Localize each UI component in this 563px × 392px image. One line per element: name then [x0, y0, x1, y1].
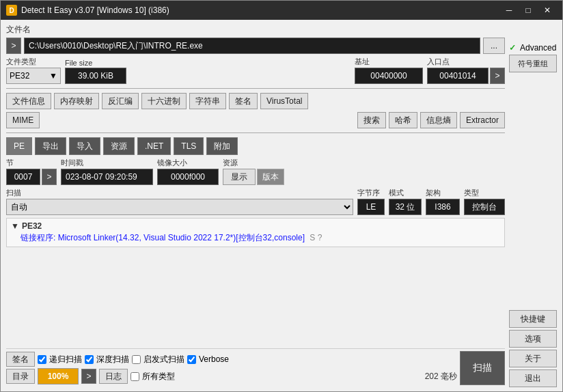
section-value: 0007: [6, 169, 40, 185]
path-arrow-button[interactable]: >: [6, 38, 21, 54]
tab-export[interactable]: 导出: [35, 137, 66, 155]
start-scan-checkbox[interactable]: [132, 355, 141, 364]
time-label: 202 毫秒: [425, 371, 457, 382]
filesize-label: File size: [65, 59, 126, 67]
mime-button[interactable]: MIME: [6, 112, 40, 128]
collapse-icon[interactable]: ▼: [11, 221, 19, 231]
virustotal-button[interactable]: VirusTotal: [260, 93, 308, 109]
signature-button[interactable]: 签名: [6, 352, 35, 367]
section-label: 节: [6, 158, 57, 168]
progress-bar-container: 100%: [38, 368, 79, 384]
sign-button[interactable]: 签名: [229, 93, 258, 109]
pe-tabs-row: PE 导出 导入 资源 .NET TLS 附加: [6, 137, 505, 155]
app-icon: D: [6, 5, 17, 16]
timestamp-label: 时间戳: [61, 158, 153, 168]
exit-button[interactable]: 退出: [509, 369, 557, 387]
arch-value: I386: [426, 199, 460, 215]
pe-details-row: 节 0007 > 时间戳 023-08-07 09:20:59 镜像大小 000…: [6, 158, 505, 185]
dir-button[interactable]: 目录: [6, 369, 35, 384]
arch-group: 架构 I386: [426, 188, 460, 215]
main-panel: 文件名 > ... 文件类型 PE32 ▼ File size: [6, 24, 505, 387]
about-button[interactable]: 关于: [509, 350, 557, 367]
type-group: 类型 控制台: [464, 188, 505, 215]
file-info-button[interactable]: 文件信息: [6, 93, 51, 109]
progress-arrow-button[interactable]: >: [81, 369, 96, 384]
filetype-label: 文件类型: [6, 57, 61, 67]
recur-scan-checkbox[interactable]: [38, 355, 46, 364]
type-value: 控制台: [464, 199, 505, 215]
scan-button[interactable]: 扫描: [460, 351, 505, 385]
file-path-row: > ...: [6, 38, 505, 54]
version-button[interactable]: 版本: [257, 169, 284, 185]
imagesize-group: 镜像大小 0000f000: [157, 158, 219, 185]
progress-bar-fill: 100%: [38, 369, 78, 384]
scan-label: 扫描: [6, 188, 353, 198]
s-label: S: [310, 233, 315, 242]
scan-auto-select[interactable]: 自动: [6, 199, 353, 215]
imagesize-value: 0000f000: [157, 169, 219, 185]
main-content: 文件名 > ... 文件类型 PE32 ▼ File size: [1, 20, 562, 391]
section-group: 节 0007 >: [6, 158, 57, 185]
log-button[interactable]: 日志: [99, 369, 128, 384]
maximize-button[interactable]: □: [519, 3, 538, 17]
strings-button[interactable]: 字符串: [189, 93, 226, 109]
extractor-button[interactable]: Extractor: [460, 112, 505, 128]
arch-label: 架构: [426, 188, 460, 198]
deep-scan-checkbox[interactable]: [85, 355, 94, 364]
resource-label: 资源: [223, 158, 284, 168]
shortcut-button[interactable]: 快捷键: [509, 310, 557, 328]
symbol-group-button[interactable]: 符号重组: [509, 55, 557, 72]
entrypoint-arrow-button[interactable]: >: [490, 68, 505, 84]
byteorder-label: 字节序: [357, 188, 385, 198]
entrypoint-label: 入口点: [427, 57, 505, 67]
tab-resources[interactable]: 资源: [103, 137, 135, 155]
filetype-dropdown[interactable]: PE32 ▼: [6, 68, 61, 84]
tab-dotnet[interactable]: .NET: [137, 137, 171, 155]
all-types-checkbox[interactable]: [131, 372, 139, 381]
section-value-row: 0007 >: [6, 169, 57, 185]
mode-group: 模式 32 位: [389, 188, 422, 215]
disasm-button[interactable]: 反汇编: [102, 93, 139, 109]
file-section: 文件名 > ...: [6, 24, 505, 54]
entropy-button[interactable]: 信息熵: [420, 112, 457, 128]
browse-button[interactable]: ...: [483, 38, 505, 54]
tab-tls[interactable]: TLS: [174, 137, 204, 155]
pe-result-section: ▼ PE32 链接程序: Microsoft Linker(14.32, Vis…: [6, 218, 505, 247]
bottom-bar: 签名 递归扫描 深度扫描 启发式扫描 Verbose 目录: [6, 348, 505, 387]
verbose-checkbox[interactable]: [187, 355, 196, 364]
deep-scan-label: 深度扫描: [96, 354, 129, 365]
search-button[interactable]: 搜索: [357, 112, 386, 128]
byteorder-value: LE: [357, 199, 385, 215]
file-path-input[interactable]: [24, 38, 480, 54]
button-row-1: 文件信息 内存映射 反汇编 十六进制 字符串 签名 VirusTotal: [6, 93, 505, 109]
hash-button[interactable]: 哈希: [389, 112, 417, 128]
right-panel: ✓ Advanced 符号重组 快捷键 选项 关于 退出: [509, 24, 557, 387]
entrypoint-group: 入口点 00401014 >: [427, 57, 505, 84]
hex-button[interactable]: 十六进制: [141, 93, 187, 109]
button-row-2: MIME 搜索 哈希 信息熵 Extractor: [6, 112, 505, 128]
recur-scan-label: 递归扫描: [49, 354, 82, 365]
close-button[interactable]: ✕: [538, 3, 557, 17]
advanced-label: Advanced: [520, 43, 556, 53]
scan-options-row2: 目录 100% > 日志 所有类型 202 毫秒: [6, 368, 457, 384]
pe-result-detail: 链接程序: Microsoft Linker(14.32, Visual Stu…: [11, 232, 500, 244]
mode-label: 模式: [389, 188, 422, 198]
section-arrow-button[interactable]: >: [42, 169, 57, 185]
options-button[interactable]: 选项: [509, 330, 557, 348]
file-label: 文件名: [6, 24, 505, 36]
minimize-button[interactable]: ─: [499, 3, 519, 17]
baseaddr-label: 基址: [355, 57, 423, 67]
resource-group: 资源 显示 版本: [223, 158, 284, 185]
filetype-group: 文件类型 PE32 ▼: [6, 57, 61, 84]
title-bar: D Detect It Easy v3.07 [Windows 10] (i38…: [1, 1, 562, 20]
q-label: ?: [318, 233, 322, 242]
tab-addons[interactable]: 附加: [206, 137, 238, 155]
tab-import[interactable]: 导入: [69, 137, 100, 155]
tab-pe[interactable]: PE: [6, 137, 32, 155]
timestamp-value: 023-08-07 09:20:59: [61, 169, 153, 185]
advanced-check-icon: ✓: [509, 43, 516, 53]
byteorder-group: 字节序 LE: [357, 188, 385, 215]
show-button[interactable]: 显示: [223, 169, 256, 185]
mem-map-button[interactable]: 内存映射: [54, 93, 99, 109]
filetype-value: PE32: [10, 71, 29, 81]
